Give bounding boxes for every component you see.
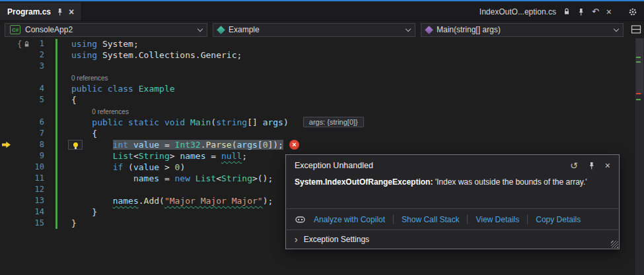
view-details-link[interactable]: View Details <box>476 215 519 224</box>
method-icon <box>425 26 433 34</box>
scrollbar-annotation-mark <box>636 57 641 58</box>
document-tab-bar: Program.cs × IndexOutO...eption.cs ↶ × <box>0 3 644 21</box>
scrollbar-annotation-mark <box>636 99 641 100</box>
exception-message: System.IndexOutOfRangeException: 'Index … <box>286 172 619 208</box>
codelens-row: 0 references <box>0 72 634 83</box>
lightbulb-glyph <box>73 142 78 147</box>
scrollbar-annotation-mark <box>636 61 641 63</box>
pin-icon[interactable] <box>588 162 595 169</box>
scrollbar-thumb[interactable] <box>636 38 643 94</box>
pin-icon[interactable] <box>56 8 63 16</box>
code-text: { <box>53 128 97 139</box>
exception-settings-label: Exception Settings <box>304 235 369 244</box>
exception-description: 'Index was outside the bounds of the arr… <box>433 177 587 187</box>
current-statement-highlight: int value = Int32.Parse(args[0]); <box>113 140 283 150</box>
type-dropdown[interactable]: Example <box>213 23 415 37</box>
show-call-stack-link[interactable]: Show Call Stack <box>402 215 459 224</box>
code-line[interactable]: 8 int value = Int32.Parse(args[0]); <box>0 139 634 150</box>
navigation-bar: C# ConsoleApp2 Example Main(string[] arg… <box>0 21 628 38</box>
exception-popup-header: Exception Unhandled ↺ × <box>286 155 619 172</box>
code-text: } <box>53 218 77 229</box>
copilot-icon <box>295 214 306 225</box>
secondary-tab-area: IndexOutO...eption.cs ↶ × <box>480 3 644 20</box>
code-text: 0 references <box>53 106 129 117</box>
exception-settings-expander[interactable]: › Exception Settings <box>286 230 619 249</box>
line-number[interactable]: 9 <box>0 150 53 162</box>
code-line[interactable]: 2using System.Collections.Generic; <box>0 49 634 61</box>
quick-actions-lightbulb-icon[interactable] <box>68 140 83 150</box>
close-icon[interactable]: × <box>606 8 612 16</box>
history-icon[interactable]: ↺ <box>570 162 578 169</box>
exception-error-icon[interactable] <box>289 140 299 150</box>
codelens-references[interactable]: 0 references <box>71 75 108 82</box>
line-number[interactable]: 5 <box>0 94 53 106</box>
code-text: 0 references <box>53 72 108 83</box>
chevron-down-icon <box>197 26 203 31</box>
lock-icon <box>563 8 570 15</box>
pin-icon[interactable] <box>577 8 585 16</box>
code-text: using System.Collections.Generic; <box>53 49 242 61</box>
code-line[interactable]: 7 { <box>0 128 634 139</box>
tab-program-cs[interactable]: Program.cs × <box>0 3 82 20</box>
copy-details-link[interactable]: Copy Details <box>536 215 581 224</box>
code-text: public static void Main(string[] args)ar… <box>53 117 364 128</box>
line-number[interactable]: 14 <box>0 206 53 218</box>
close-icon[interactable]: × <box>605 162 610 169</box>
line-number[interactable]: 4 <box>0 83 53 94</box>
scrollbar-annotation-mark <box>636 93 641 94</box>
code-line[interactable]: 5{ <box>0 94 634 106</box>
undo-icon[interactable]: ↶ <box>592 7 599 16</box>
code-text: int value = Int32.Parse(args[0]); <box>53 139 299 150</box>
line-number[interactable]: 13 <box>0 195 53 206</box>
line-number[interactable]: 15 <box>0 218 53 229</box>
line-number[interactable]: 2 <box>0 49 53 61</box>
tab-label: Program.cs <box>7 7 51 16</box>
line-number[interactable]: 3 <box>0 61 53 72</box>
code-line[interactable]: 1using System; <box>0 38 634 49</box>
chevron-down-icon <box>614 26 619 31</box>
code-line[interactable]: 4public class Example <box>0 83 634 94</box>
line-number[interactable]: 6 <box>0 117 53 128</box>
chevron-down-icon <box>406 26 411 31</box>
line-number[interactable]: 7 <box>0 128 53 139</box>
exception-type: System.IndexOutOfRangeException: <box>295 177 433 187</box>
chevron-right-icon: › <box>295 235 298 243</box>
close-icon[interactable]: × <box>69 8 74 16</box>
code-text: if (value > 0) <box>53 162 185 173</box>
codelens-references[interactable]: 0 references <box>92 108 129 115</box>
member-dropdown[interactable]: Main(string[] args) <box>421 23 624 37</box>
datatip-args[interactable]: args: {string[0]} <box>303 117 364 127</box>
analyze-with-copilot-link[interactable]: Analyze with Copilot <box>314 215 385 224</box>
code-line[interactable]: 3 <box>0 61 634 72</box>
line-number[interactable]: 12 <box>0 184 53 195</box>
code-text: public class Example <box>53 83 175 94</box>
code-text: names.Add("Major Major Major"); <box>53 195 273 206</box>
line-number[interactable]: 10 <box>0 162 53 173</box>
exception-popup-toolbar: ↺ × <box>570 162 610 169</box>
code-line[interactable]: 6 public static void Main(string[] args)… <box>0 117 634 128</box>
class-icon <box>217 26 225 34</box>
code-text <box>53 184 71 195</box>
vertical-scrollbar[interactable] <box>634 38 644 275</box>
divider <box>467 214 468 224</box>
code-text: { <box>53 94 77 106</box>
resize-grip[interactable] <box>611 241 618 248</box>
line-number[interactable] <box>0 72 53 83</box>
exception-popup: Exception Unhandled ↺ × System.IndexOutO… <box>285 154 620 249</box>
exception-actions: Analyze with Copilot Show Call Stack Vie… <box>286 209 619 229</box>
exception-popup-title: Exception Unhandled <box>295 161 373 170</box>
divider <box>527 214 528 224</box>
code-text: List<String> names = null; <box>53 150 247 162</box>
type-dropdown-label: Example <box>229 25 260 34</box>
tab-label[interactable]: IndexOutO...eption.cs <box>480 7 556 16</box>
code-text: using System; <box>53 38 139 49</box>
project-dropdown-label: ConsoleApp2 <box>25 25 73 34</box>
split-editor-icon[interactable] <box>631 24 641 34</box>
divider <box>393 214 394 224</box>
line-number[interactable]: 1 <box>0 38 53 49</box>
gear-icon[interactable] <box>628 7 637 16</box>
code-text: } <box>53 206 97 218</box>
project-dropdown[interactable]: C# ConsoleApp2 <box>5 23 207 37</box>
line-number[interactable]: 11 <box>0 173 53 184</box>
line-number[interactable] <box>0 106 53 117</box>
